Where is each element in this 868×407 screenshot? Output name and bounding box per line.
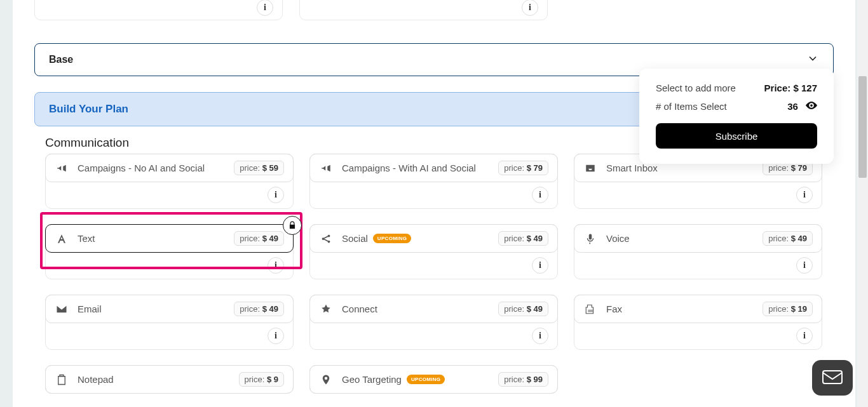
plan-card-head[interactable]: Campaigns - No AI and Social price: $ 59 [45, 154, 294, 182]
fax-icon [583, 304, 597, 315]
inbox-icon [583, 163, 597, 174]
summary-panel: Select to add more Price: $ 127 # of Ite… [639, 69, 834, 164]
plan-card-head[interactable]: Connect price: $ 49 [309, 295, 558, 323]
partial-card: i [299, 0, 548, 20]
plan-card-email: Email price: $ 49 i [45, 295, 294, 350]
lock-icon [283, 216, 302, 235]
plan-card-name: Campaigns - No AI and Social [78, 163, 225, 173]
campaign-icon [319, 163, 333, 174]
plan-card-name: Connect [342, 304, 489, 314]
microphone-icon [583, 233, 597, 244]
plan-card-campaigns-no-ai: Campaigns - No AI and Social price: $ 59… [45, 154, 294, 209]
plan-card-head[interactable]: Fax price: $ 19 [574, 295, 822, 323]
plan-card-campaigns-with-ai: Campaigns - With AI and Social price: $ … [309, 154, 558, 209]
plan-header-label: Build Your Plan [49, 103, 128, 116]
plan-card-notepad: Notepad price: $ 9 [45, 365, 294, 394]
summary-price: Price: $ 127 [764, 83, 817, 93]
base-label: Base [49, 54, 73, 65]
plan-card-geo-targeting: Geo Targeting UPCOMING price: $ 99 [309, 365, 558, 394]
plan-card-name: Geo Targeting UPCOMING [342, 374, 489, 385]
partial-card: i [34, 0, 283, 20]
eye-icon[interactable] [806, 101, 817, 112]
info-icon[interactable]: i [796, 257, 813, 274]
summary-select-more: Select to add more [656, 83, 736, 93]
plan-card-social: Social UPCOMING price: $ 49 i [309, 224, 558, 279]
share-icon [319, 233, 333, 244]
scrollbar-track[interactable] [857, 0, 868, 407]
price-chip: price: $ 99 [498, 372, 548, 387]
plan-card-fax: Fax price: $ 19 i [574, 295, 822, 350]
plan-card-connect: Connect price: $ 49 i [309, 295, 558, 350]
upcoming-badge: UPCOMING [373, 234, 411, 243]
plan-card-name: Voice [606, 233, 754, 244]
chat-fab[interactable] [812, 360, 853, 396]
scrollbar-thumb[interactable] [858, 76, 867, 178]
plan-card-text: Text price: $ 49 i [45, 224, 294, 279]
plan-card-head[interactable]: Campaigns - With AI and Social price: $ … [309, 154, 558, 182]
section-title-communication: Communication [45, 136, 129, 150]
plan-card-head[interactable]: Voice price: $ 49 [574, 224, 822, 253]
plan-card-name: Fax [606, 304, 754, 314]
info-icon[interactable]: i [532, 187, 548, 203]
info-icon[interactable]: i [796, 187, 813, 203]
price-chip: price: $ 49 [234, 302, 284, 316]
price-chip: price: $ 19 [763, 302, 813, 316]
plan-card-head[interactable]: Notepad price: $ 9 [45, 365, 294, 394]
price-chip: price: $ 59 [234, 161, 284, 175]
price-chip: price: $ 49 [498, 231, 548, 246]
text-icon [55, 233, 69, 244]
plan-card-head[interactable]: Geo Targeting UPCOMING price: $ 99 [309, 365, 558, 394]
plan-card-voice: Voice price: $ 49 i [574, 224, 822, 279]
upcoming-badge: UPCOMING [407, 375, 445, 384]
info-icon[interactable]: i [257, 0, 273, 16]
plan-card-name: Notepad [78, 374, 230, 385]
price-chip: price: $ 79 [498, 161, 548, 175]
price-chip: price: $ 49 [234, 231, 284, 246]
plan-card-name: Text [78, 233, 225, 244]
chevron-down-icon [806, 52, 819, 67]
summary-items-label: # of Items Select [656, 101, 727, 112]
plan-card-head[interactable]: Social UPCOMING price: $ 49 [309, 224, 558, 253]
clipboard-icon [55, 374, 69, 385]
summary-items-count: 36 [787, 101, 817, 112]
connect-icon [319, 304, 333, 315]
info-icon[interactable]: i [532, 328, 548, 344]
plan-card-name: Email [78, 304, 225, 314]
price-chip: price: $ 49 [498, 302, 548, 316]
plan-card-head[interactable]: Text price: $ 49 [45, 224, 294, 253]
svg-rect-3 [823, 371, 842, 384]
info-icon[interactable]: i [532, 257, 548, 274]
info-icon[interactable]: i [268, 187, 284, 203]
plan-card-head[interactable]: Email price: $ 49 [45, 295, 294, 323]
plan-card-name: Smart Inbox [606, 163, 754, 173]
info-icon[interactable]: i [796, 328, 813, 344]
info-icon[interactable]: i [268, 328, 284, 344]
campaign-icon [55, 163, 69, 174]
map-pin-icon [319, 374, 333, 385]
plan-card-name: Social UPCOMING [342, 233, 489, 244]
info-icon[interactable]: i [522, 0, 538, 16]
price-chip: price: $ 9 [239, 372, 284, 387]
price-chip: price: $ 49 [763, 231, 813, 246]
info-icon[interactable]: i [268, 257, 284, 274]
envelope-icon [55, 304, 69, 315]
plan-card-name: Campaigns - With AI and Social [342, 163, 489, 173]
subscribe-button[interactable]: Subscribe [656, 123, 817, 149]
